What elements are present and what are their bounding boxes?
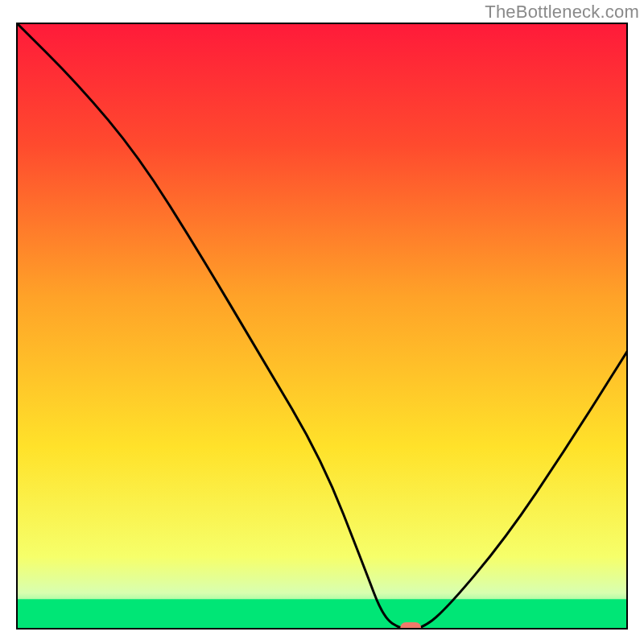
bottleneck-chart [0, 0, 644, 644]
green-band [16, 599, 628, 630]
plot-area [16, 23, 628, 634]
gradient-background [16, 23, 628, 630]
